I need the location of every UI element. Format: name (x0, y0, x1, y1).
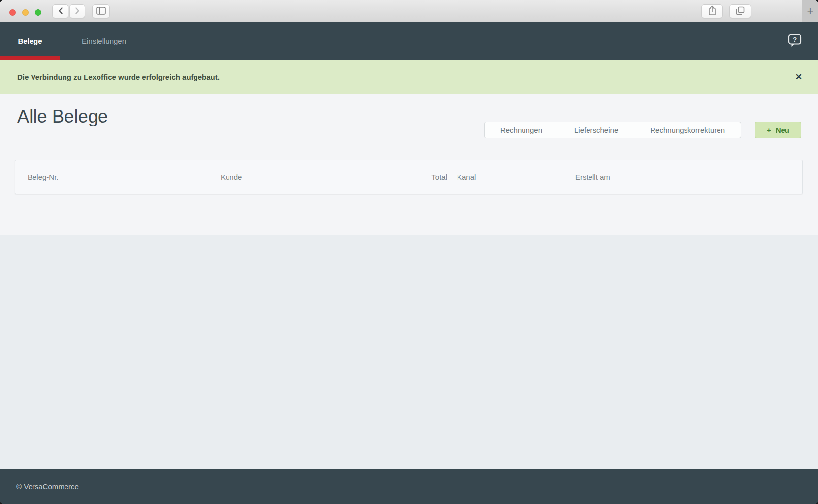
column-header-kunde: Kunde (221, 160, 242, 194)
tab-belege[interactable]: Belege (0, 22, 60, 60)
document-type-filter-group: Rechnungen Lieferscheine Rechnungskorrek… (484, 122, 741, 138)
tab-belege-label: Belege (18, 37, 42, 45)
plus-icon: + (807, 5, 814, 18)
share-button[interactable] (701, 4, 723, 18)
column-header-beleg-nr: Beleg-Nr. (28, 160, 59, 194)
window-controls (9, 9, 41, 16)
new-tab-button[interactable]: + (802, 0, 818, 22)
window-zoom-button[interactable] (35, 9, 41, 16)
help-button[interactable]: ? (787, 33, 802, 49)
macos-titlebar: + (0, 0, 818, 22)
page-title: Alle Belege (17, 106, 108, 127)
new-document-button[interactable]: + Neu (755, 122, 801, 138)
filter-lieferscheine-button[interactable]: Lieferscheine (558, 122, 634, 138)
filter-rechnungen-button[interactable]: Rechnungen (485, 122, 558, 138)
main-content: Alle Belege Rechnungen Lieferscheine Rec… (0, 94, 818, 235)
filter-rechnungskorrekturen-button[interactable]: Rechnungskorrekturen (634, 122, 741, 138)
app-footer: © VersaCommerce (0, 469, 818, 504)
plus-icon: + (767, 126, 771, 134)
banner-close-icon[interactable]: ✕ (795, 72, 802, 82)
success-banner-message: Die Verbindung zu Lexoffice wurde erfolg… (17, 73, 220, 81)
app-navbar: Belege Einstellungen ? (0, 22, 818, 60)
back-button[interactable] (52, 4, 68, 18)
window-minimize-button[interactable] (22, 9, 29, 16)
overlapping-squares-icon (736, 6, 745, 17)
chevron-right-icon (74, 7, 80, 16)
table-empty-area (0, 235, 818, 469)
new-document-button-label: Neu (776, 126, 789, 134)
column-header-erstellt-am: Erstellt am (575, 160, 610, 194)
documents-table: Beleg-Nr. Kunde Total Kanal Erstellt am (15, 160, 803, 194)
sidebar-icon (96, 7, 106, 16)
tab-einstellungen[interactable]: Einstellungen (60, 22, 148, 60)
tab-overview-button[interactable] (729, 4, 751, 18)
help-bubble-icon: ? (787, 41, 802, 49)
sidebar-toggle-button[interactable] (92, 4, 110, 18)
window-close-button[interactable] (9, 9, 16, 16)
chevron-left-icon (58, 7, 64, 16)
svg-text:?: ? (793, 36, 797, 43)
column-header-kanal: Kanal (457, 160, 476, 194)
app-window: + Belege Einstellungen ? Die Verbindung … (0, 0, 818, 504)
tab-einstellungen-label: Einstellungen (82, 37, 126, 45)
share-icon (708, 5, 717, 17)
forward-button[interactable] (69, 4, 85, 18)
success-banner: Die Verbindung zu Lexoffice wurde erfolg… (0, 60, 818, 94)
column-header-total: Total (380, 160, 447, 194)
copyright-text: © VersaCommerce (16, 482, 79, 491)
